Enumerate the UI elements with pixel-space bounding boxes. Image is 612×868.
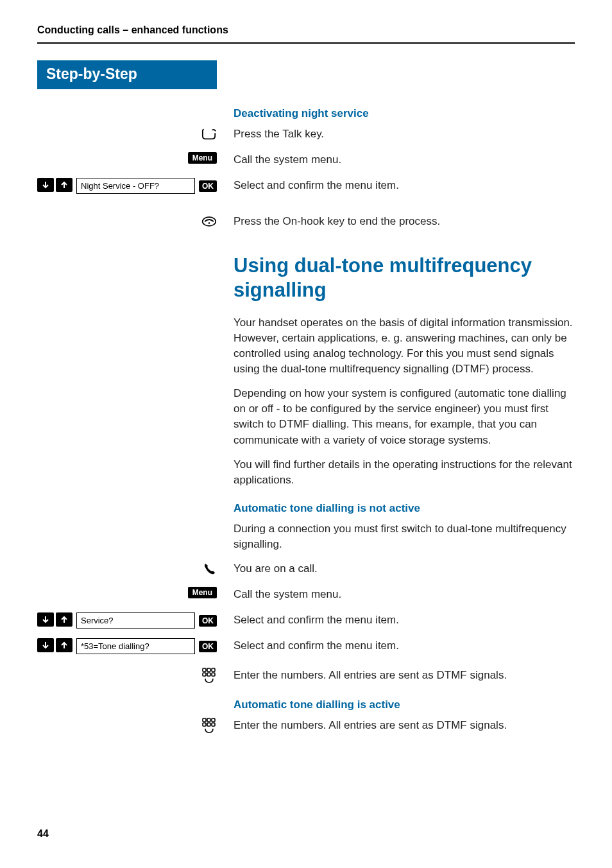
- press-onhook-text: Press the On-hook key to end the process…: [234, 215, 440, 227]
- svg-rect-8: [203, 718, 206, 722]
- select-confirm-text: Select and confirm the menu item.: [234, 179, 399, 191]
- dtmf-heading: Using dual-tone multifrequency signallin…: [234, 254, 575, 302]
- talk-key-icon: [201, 126, 217, 142]
- call-system-menu-text-2: Call the system menu.: [234, 588, 341, 600]
- svg-point-1: [208, 222, 210, 224]
- handset-icon: [201, 561, 217, 577]
- press-talk-text: Press the Talk key.: [234, 128, 324, 140]
- nav-arrows[interactable]: [37, 638, 72, 654]
- menu-softkey[interactable]: Menu: [188, 587, 217, 598]
- svg-rect-3: [207, 668, 210, 672]
- ok-softkey[interactable]: OK: [199, 615, 217, 627]
- menu-item-tone-dialling: *53=Tone dialling?: [76, 638, 195, 654]
- dtmf-paragraph-3: You will find further details in the ope…: [234, 457, 575, 488]
- svg-rect-5: [203, 673, 206, 676]
- auto-tone-inactive-heading: Automatic tone dialling is not active: [234, 502, 575, 515]
- arrow-down-key[interactable]: [37, 178, 54, 192]
- ok-softkey[interactable]: OK: [199, 180, 217, 192]
- page-number: 44: [37, 828, 49, 840]
- svg-rect-10: [212, 718, 215, 722]
- nav-arrows[interactable]: [37, 612, 72, 629]
- on-call-text: You are on a call.: [234, 562, 318, 575]
- nav-arrows[interactable]: [37, 178, 72, 194]
- svg-rect-2: [203, 668, 206, 672]
- step-by-step-header: Step-by-Step: [37, 60, 217, 89]
- menu-item-service: Service?: [76, 612, 195, 629]
- select-confirm-service: Select and confirm the menu item.: [234, 614, 399, 626]
- svg-rect-4: [212, 668, 215, 672]
- select-confirm-tone: Select and confirm the menu item.: [234, 639, 399, 652]
- keypad-icon: [201, 668, 217, 683]
- arrow-down-key[interactable]: [37, 612, 54, 627]
- ok-softkey[interactable]: OK: [199, 641, 217, 652]
- auto-tone-active-heading: Automatic tone dialling is active: [234, 699, 575, 711]
- auto-inactive-intro: During a connection you must first switc…: [234, 521, 575, 552]
- svg-rect-7: [212, 673, 215, 676]
- dtmf-paragraph-1: Your handset operates on the basis of di…: [234, 315, 575, 378]
- menu-item-night-service-off: Night Service - OFF?: [76, 178, 195, 194]
- dtmf-paragraph-2: Depending on how your system is configur…: [234, 386, 575, 448]
- arrow-up-key[interactable]: [56, 638, 72, 652]
- svg-rect-12: [207, 723, 210, 726]
- keypad-icon: [201, 718, 217, 733]
- svg-rect-6: [207, 673, 210, 676]
- deactivate-night-service-heading: Deactivating night service: [234, 107, 575, 120]
- arrow-down-key[interactable]: [37, 638, 54, 652]
- call-system-menu-text: Call the system menu.: [234, 153, 341, 166]
- menu-softkey[interactable]: Menu: [188, 152, 217, 164]
- arrow-up-key[interactable]: [56, 612, 72, 627]
- arrow-up-key[interactable]: [56, 178, 72, 192]
- enter-numbers-text-1: Enter the numbers. All entries are sent …: [234, 669, 507, 681]
- on-hook-key-icon: [201, 214, 217, 229]
- enter-numbers-text-2: Enter the numbers. All entries are sent …: [234, 719, 507, 731]
- svg-point-0: [203, 217, 216, 226]
- running-header: Conducting calls – enhanced functions: [37, 24, 575, 44]
- svg-rect-11: [203, 723, 206, 726]
- svg-rect-13: [212, 723, 215, 726]
- svg-rect-9: [207, 718, 210, 722]
